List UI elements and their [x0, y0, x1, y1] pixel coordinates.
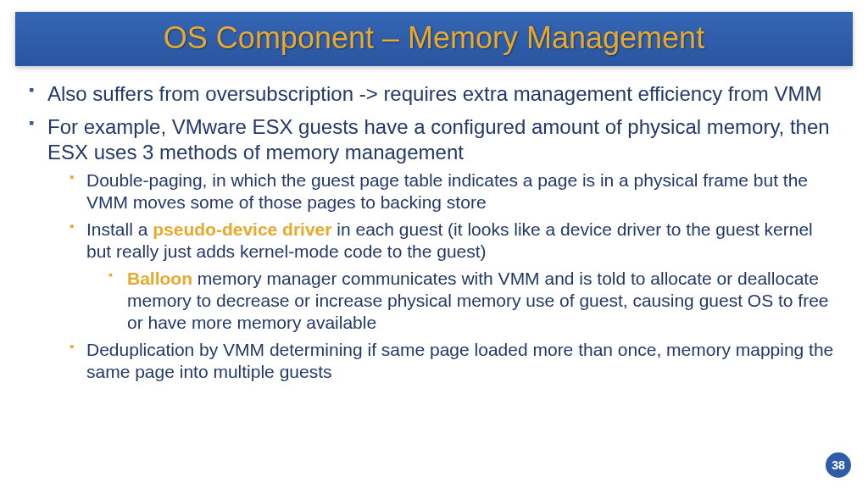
bullet-text: Double-paging, in which the guest page t…	[86, 170, 808, 212]
bullet-level3: Balloon memory manager communicates with…	[108, 268, 839, 334]
bullet-text: memory manager communicates with VMM and…	[127, 269, 829, 332]
bullet-level2: Deduplication by VMM determining if same…	[70, 339, 839, 383]
slide-title: OS Component – Memory Management	[164, 20, 704, 55]
slide-content: Also suffers from oversubscription -> re…	[0, 66, 868, 383]
bullet-level1: Also suffers from oversubscription -> re…	[29, 81, 839, 106]
slide-title-bar: OS Component – Memory Management	[15, 12, 853, 66]
bullet-level1: For example, VMware ESX guests have a co…	[29, 114, 839, 383]
highlight-text: Balloon	[127, 269, 192, 288]
highlight-text: pseudo-device driver	[153, 219, 331, 239]
bullet-level2: Double-paging, in which the guest page t…	[70, 169, 839, 214]
bullet-text: Install a	[86, 219, 153, 239]
page-number-badge: 38	[826, 452, 851, 478]
bullet-text: Deduplication by VMM determining if same…	[86, 340, 833, 381]
page-number: 38	[832, 458, 845, 472]
bullet-text: Also suffers from oversubscription -> re…	[47, 82, 821, 105]
bullet-text: For example, VMware ESX guests have a co…	[47, 115, 830, 163]
bullet-level2: Install a pseudo-device driver in each g…	[70, 219, 839, 334]
